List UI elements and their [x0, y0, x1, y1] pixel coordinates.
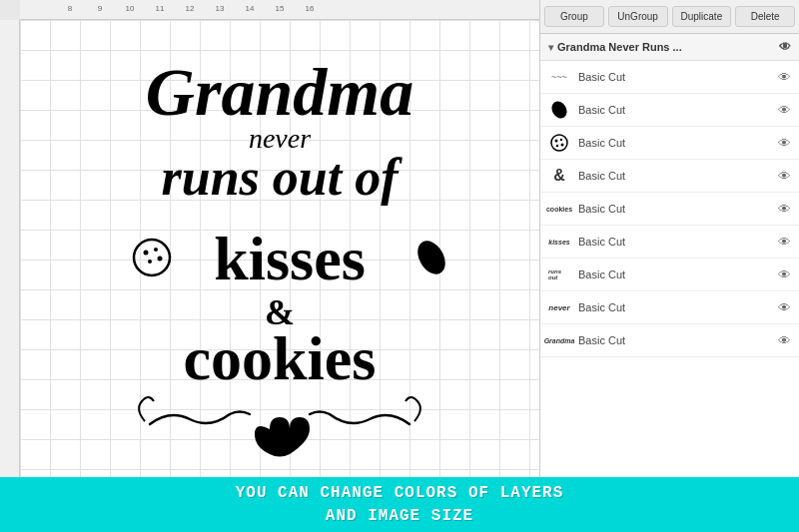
- layer-thumbnail: kisses: [548, 231, 570, 253]
- svg-text:kisses: kisses: [214, 225, 366, 292]
- delete-button[interactable]: Delete: [735, 6, 795, 27]
- layer-name: Basic Cut: [578, 137, 774, 149]
- layers-list: ~~~ Basic Cut 👁 Basic Cut 👁 Basic Cut 👁 …: [540, 61, 799, 489]
- layer-name: Basic Cut: [578, 301, 774, 313]
- svg-point-14: [555, 140, 558, 143]
- layer-eye-icon[interactable]: 👁: [778, 202, 791, 217]
- list-item[interactable]: & Basic Cut 👁: [540, 160, 799, 193]
- svg-point-16: [556, 145, 558, 147]
- layer-eye-icon[interactable]: 👁: [778, 136, 791, 151]
- layer-thumbnail: cookies: [548, 198, 570, 220]
- list-item[interactable]: Basic Cut 👁: [540, 127, 799, 160]
- grid-canvas: Grandma never runs out of kisses & cooki…: [20, 20, 539, 489]
- layer-thumbnail: &: [548, 165, 570, 187]
- ruler-tick: 10: [126, 4, 135, 13]
- layer-name: Basic Cut: [578, 203, 774, 215]
- layer-eye-icon[interactable]: 👁: [778, 103, 791, 118]
- ruler-tick: 12: [186, 4, 195, 13]
- banner-line2: AND IMAGE SIZE: [326, 505, 473, 527]
- list-item[interactable]: runs out Basic Cut 👁: [540, 259, 799, 291]
- list-item[interactable]: Grandma Basic Cut 👁: [540, 324, 799, 357]
- layer-eye-icon[interactable]: 👁: [778, 70, 791, 85]
- layer-thumbnail: never: [548, 296, 570, 318]
- layer-name: Basic Cut: [578, 268, 774, 280]
- svg-text:Grandma: Grandma: [146, 54, 413, 130]
- panel-title: Grandma Never Runs ...: [557, 41, 682, 53]
- layer-eye-icon[interactable]: 👁: [778, 169, 791, 184]
- layer-name: Basic Cut: [578, 71, 774, 83]
- panel-eye-icon[interactable]: 👁: [779, 40, 791, 54]
- svg-point-3: [134, 240, 170, 275]
- layer-name: Basic Cut: [578, 334, 774, 346]
- ruler-left: [0, 20, 20, 489]
- layer-name: Basic Cut: [578, 170, 774, 182]
- svg-point-6: [148, 260, 152, 264]
- panel-header: ▾ Grandma Never Runs ... 👁: [540, 34, 799, 61]
- group-button[interactable]: Group: [544, 6, 604, 27]
- right-panel: Group UnGroup Duplicate Delete ▾ Grandma…: [539, 0, 799, 489]
- layer-thumbnail: runs out: [548, 264, 570, 285]
- ruler-tick: 15: [276, 4, 285, 13]
- collapse-icon[interactable]: ▾: [548, 42, 553, 53]
- ungroup-button[interactable]: UnGroup: [608, 6, 668, 27]
- list-item[interactable]: cookies Basic Cut 👁: [540, 193, 799, 226]
- layer-thumbnail: Grandma: [548, 329, 570, 351]
- svg-point-12: [549, 100, 569, 120]
- ruler-tick: 9: [98, 4, 102, 13]
- svg-point-7: [158, 257, 163, 262]
- list-item[interactable]: kisses Basic Cut 👁: [540, 226, 799, 259]
- layer-name: Basic Cut: [578, 236, 774, 248]
- svg-point-4: [144, 251, 149, 256]
- layer-eye-icon[interactable]: 👁: [778, 333, 791, 348]
- layer-eye-icon[interactable]: 👁: [778, 267, 791, 282]
- svg-point-9: [412, 236, 451, 278]
- list-item[interactable]: ~~~ Basic Cut 👁: [540, 61, 799, 94]
- ruler-top: 8 9 10 11 12 13 14 15 16: [20, 0, 539, 20]
- duplicate-button[interactable]: Duplicate: [672, 6, 732, 27]
- layer-thumbnail: ~~~: [548, 66, 570, 88]
- svg-text:runs out of: runs out of: [162, 149, 403, 206]
- bottom-banner: YOU CAN CHANGE COLORS OF LAYERS AND IMAG…: [0, 477, 799, 532]
- layer-eye-icon[interactable]: 👁: [778, 235, 791, 250]
- svg-point-15: [560, 139, 562, 141]
- panel-toolbar: Group UnGroup Duplicate Delete: [540, 0, 799, 34]
- ruler-tick: 11: [156, 4, 165, 13]
- list-item[interactable]: Basic Cut 👁: [540, 94, 799, 127]
- svg-point-13: [551, 135, 567, 151]
- ruler-tick: 8: [68, 4, 72, 13]
- ruler-tick: 14: [246, 4, 255, 13]
- layer-thumbnail: [548, 99, 570, 121]
- canvas-area: 8 9 10 11 12 13 14 15 16 Grandma never r…: [0, 0, 539, 489]
- banner-line1: YOU CAN CHANGE COLORS OF LAYERS: [236, 482, 564, 504]
- list-item[interactable]: never Basic Cut 👁: [540, 291, 799, 324]
- ruler-tick: 16: [306, 4, 315, 13]
- svg-text:cookies: cookies: [184, 324, 377, 392]
- layer-eye-icon[interactable]: 👁: [778, 300, 791, 315]
- svg-point-17: [561, 144, 564, 147]
- layer-name: Basic Cut: [578, 104, 774, 116]
- svg-point-5: [154, 248, 158, 252]
- ruler-tick: 13: [216, 4, 225, 13]
- layer-thumbnail: [548, 132, 570, 154]
- design-image: Grandma never runs out of kisses & cooki…: [70, 45, 489, 464]
